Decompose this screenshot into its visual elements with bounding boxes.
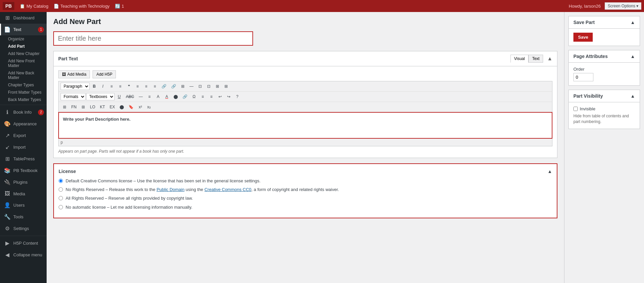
save-button[interactable]: Save: [573, 33, 593, 42]
updates-link[interactable]: 🔄 1: [115, 4, 124, 9]
sidebar-sub-add-front-matter[interactable]: Add New Front Matter: [0, 57, 47, 69]
license-radio-no-rights[interactable]: [59, 187, 63, 192]
sidebar-sub-organize[interactable]: Organize: [0, 35, 47, 43]
horizontal-rule-button[interactable]: —: [187, 83, 195, 90]
sidebar-item-users[interactable]: 👤 Users: [0, 199, 47, 211]
superscript-button[interactable]: x²: [136, 103, 144, 111]
sidebar-item-settings[interactable]: ⚙ Settings: [0, 223, 47, 234]
insert-table-button[interactable]: ⊞: [179, 83, 187, 90]
italic-button[interactable]: I: [99, 83, 107, 90]
full-screen-button[interactable]: ⊞: [213, 83, 221, 90]
sidebar-sub-add-chapter[interactable]: Add New Chapter: [0, 50, 47, 57]
sidebar-sub-add-back-matter[interactable]: Add New Back Matter: [0, 69, 47, 81]
sidebar-item-import[interactable]: ↙ Import: [0, 141, 47, 153]
font-color2-button[interactable]: A: [163, 93, 171, 100]
lo-button[interactable]: LO: [88, 103, 97, 111]
link-button[interactable]: 🔗: [160, 83, 168, 90]
help-button[interactable]: ?: [233, 93, 241, 100]
strikethrough-button[interactable]: ABC: [124, 93, 136, 100]
circle-button[interactable]: ⬤: [118, 103, 126, 111]
book-title-link[interactable]: 📄 Teaching with Technology: [54, 4, 110, 9]
textboxes-select[interactable]: Textboxes: [86, 93, 115, 100]
license-radio-all-rights[interactable]: [59, 196, 63, 200]
sidebar-sub-back-matter-types[interactable]: Back Matter Types: [0, 96, 47, 103]
align-center-button[interactable]: ≡: [142, 83, 150, 90]
read-more-button[interactable]: ⊡: [196, 83, 204, 90]
sidebar-item-text[interactable]: 📄 Text 1: [0, 24, 47, 35]
text-icon: 📄: [4, 26, 11, 33]
align-left-button[interactable]: ≡: [134, 83, 142, 90]
justify-button[interactable]: ≡: [146, 93, 154, 100]
pb-logo[interactable]: PB: [3, 2, 14, 10]
underline-button[interactable]: U: [115, 93, 123, 100]
clear-button[interactable]: 🔗: [180, 93, 189, 100]
sidebar-sub-front-matter-types[interactable]: Front Matter Types: [0, 89, 47, 96]
sidebar-item-tools[interactable]: 🔧 Tools: [0, 211, 47, 223]
kt-button[interactable]: KT: [98, 103, 107, 111]
bold-button[interactable]: B: [90, 83, 98, 90]
sidebar-item-collapse[interactable]: ◀ Collapse menu: [0, 249, 47, 261]
screen-options-button[interactable]: Screen Options ▾: [605, 2, 641, 10]
ex-button[interactable]: EX: [108, 103, 117, 111]
license-radio-no-auto[interactable]: [59, 205, 63, 209]
order-input[interactable]: [573, 73, 593, 81]
sidebar-item-h5p[interactable]: ▶ H5P Content: [0, 237, 47, 249]
font-color-button[interactable]: A: [154, 93, 162, 100]
paste-button[interactable]: ⬤: [171, 93, 180, 100]
add-media-button[interactable]: 🖼 Add Media: [58, 70, 90, 78]
license-label-no-auto: No automatic license – Let me add licens…: [66, 204, 192, 210]
save-part-body: Save: [569, 29, 640, 46]
sidebar-item-media[interactable]: 🖼 Media: [0, 188, 47, 199]
ordered-list-button[interactable]: ≡: [116, 83, 124, 90]
save-part-collapse[interactable]: ▲: [630, 20, 635, 25]
sidebar-item-appearance[interactable]: 🎨 Appearance: [0, 118, 47, 130]
sidebar-item-plugins[interactable]: 🔌 Plugins: [0, 176, 47, 188]
cc0-link[interactable]: Creative Commons CC0: [204, 187, 251, 192]
undo-button[interactable]: ↩: [216, 93, 224, 100]
sidebar-sub-chapter-types[interactable]: Chapter Types: [0, 81, 47, 89]
admin-bar-right: Howdy, larson26 Screen Options ▾: [569, 2, 641, 10]
license-collapse[interactable]: ▲: [547, 169, 552, 174]
license-radio-default[interactable]: [59, 179, 63, 183]
indent-button[interactable]: ≡: [207, 93, 215, 100]
my-catalog-link[interactable]: 📋 My Catalog: [20, 4, 48, 9]
sidebar-sub-add-part[interactable]: Add Part: [0, 43, 47, 50]
invisible-checkbox[interactable]: [573, 107, 578, 111]
public-domain-link[interactable]: Public Domain: [157, 187, 184, 192]
sidebar-item-export[interactable]: ↗ Export: [0, 130, 47, 141]
blockquote-button[interactable]: ❝: [125, 83, 133, 90]
special-chars-button[interactable]: Ω: [190, 93, 198, 100]
sidebar-item-book-info[interactable]: ℹ Book Info 2: [0, 106, 47, 118]
table-button[interactable]: ⊞: [61, 103, 69, 111]
part-visibility-collapse[interactable]: ▲: [630, 93, 635, 99]
outdent-button[interactable]: ≡: [199, 93, 207, 100]
paragraph-select[interactable]: Paragraph: [61, 83, 90, 90]
formats-select[interactable]: Formats: [61, 93, 86, 100]
sidebar-item-tablepress[interactable]: ⊞ TablePress: [0, 153, 47, 165]
license-label-all-rights: All Rights Reserved – Reserve all rights…: [66, 195, 193, 201]
subscript-button[interactable]: x₂: [145, 103, 153, 111]
page-attributes-collapse[interactable]: ▲: [630, 54, 635, 59]
grid-button[interactable]: ⊞: [79, 103, 87, 111]
toolbar-toggle-button[interactable]: ⊡: [205, 83, 213, 90]
visual-tab[interactable]: Visual: [510, 55, 528, 63]
align-right-button[interactable]: ≡: [151, 83, 159, 90]
text-tab[interactable]: Text: [528, 55, 543, 63]
redo-button[interactable]: ↪: [225, 93, 233, 100]
plugins-icon: 🔌: [4, 179, 11, 185]
fn-button[interactable]: FN: [69, 103, 79, 111]
editor-area[interactable]: Write your Part Description here.: [58, 112, 552, 139]
distraction-free-button[interactable]: ⊞: [222, 83, 230, 90]
bookmark-button[interactable]: 🔖: [127, 103, 136, 111]
editor-toolbar-row2: Formats Textboxes U ABC — ≡ A A ⬤ 🔗 Ω ≡ …: [58, 91, 552, 102]
add-h5p-button[interactable]: Add H5P: [93, 70, 116, 78]
part-title-input[interactable]: [53, 31, 253, 46]
unordered-list-button[interactable]: ≡: [108, 83, 116, 90]
sidebar-item-pb-textbook[interactable]: 📚 PB Textbook: [0, 165, 47, 176]
editor-placeholder: Write your Part Description here.: [63, 117, 548, 122]
unlink-button[interactable]: 🔗: [169, 83, 178, 90]
em-dash-button[interactable]: —: [137, 93, 145, 100]
main-content: Add New Part Part Text Visual Text ▲ 🖼: [47, 12, 564, 283]
part-text-collapse[interactable]: ▲: [547, 56, 552, 62]
sidebar-item-dashboard[interactable]: ⊞ Dashboard: [0, 12, 47, 24]
